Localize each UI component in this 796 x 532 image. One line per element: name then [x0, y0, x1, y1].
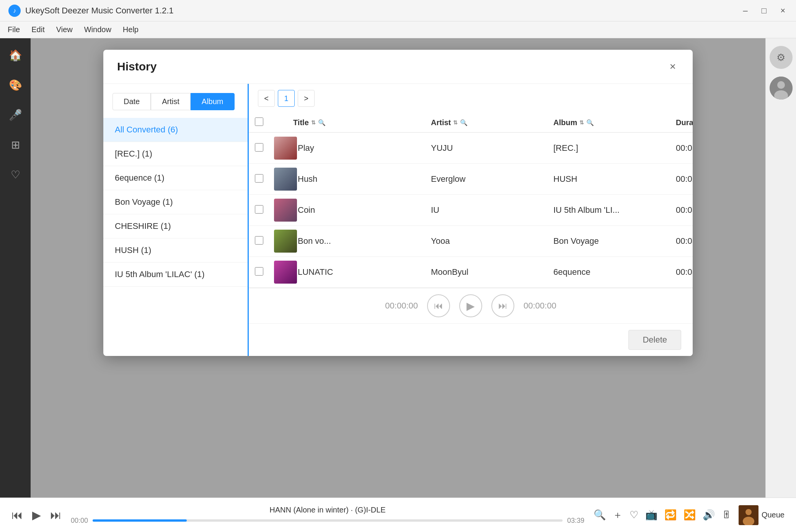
album-sort-icon[interactable]: ⇅	[579, 119, 584, 126]
heart-bottom-icon[interactable]: ♡	[630, 509, 638, 521]
menu-window[interactable]: Window	[84, 25, 111, 34]
filter-tabs: Date Artist Album	[103, 84, 248, 110]
track-panel: < 1 >	[249, 84, 693, 356]
row-checkbox[interactable]	[255, 267, 263, 276]
history-dialog: History × Date Artist Album	[103, 50, 693, 356]
album-item-all[interactable]: All Converted (6)	[103, 118, 248, 142]
prev-page-button[interactable]: <	[258, 90, 275, 107]
sidebar-home-icon[interactable]: 🏠	[6, 46, 24, 64]
row-checkbox[interactable]	[255, 236, 263, 245]
title-search-icon[interactable]: 🔍	[318, 119, 326, 126]
track-duration: 00:03:39	[676, 236, 693, 246]
sidebar-heart-icon[interactable]: ♡	[6, 165, 24, 184]
tab-album[interactable]: Album	[191, 93, 235, 110]
next-page-button[interactable]: >	[298, 90, 315, 107]
track-artist: YUJU	[431, 143, 538, 153]
maximize-button[interactable]: □	[758, 4, 770, 17]
title-bar: ♪ UkeySoft Deezer Music Converter 1.2.1 …	[0, 0, 796, 21]
track-artist: Everglow	[431, 174, 538, 184]
bottom-right-controls: 🔍 ＋ ♡ 📺 🔁 🔀 🔊 🎚 Queue	[594, 505, 785, 525]
row-checkbox-cell	[255, 174, 274, 184]
volume-icon[interactable]: 🔊	[703, 509, 715, 521]
album-list: All Converted (6) [REC.] (1) 6equence (1…	[103, 118, 248, 287]
equalizer-icon[interactable]: 🎚	[722, 509, 732, 521]
album-item-6equence[interactable]: 6equence (1)	[103, 166, 248, 190]
row-checkbox-cell	[255, 236, 274, 246]
artist-search-icon[interactable]: 🔍	[460, 119, 468, 126]
album-item-cheshire[interactable]: CHESHIRE (1)	[103, 214, 248, 238]
sidebar: 🏠 🎨 🎤 ⊞ ♡	[0, 38, 31, 498]
repeat-icon[interactable]: 🔁	[664, 509, 677, 521]
album-item-rec[interactable]: [REC.] (1)	[103, 142, 248, 166]
skip-back-button[interactable]: ⏮	[11, 509, 23, 522]
progress-fill	[93, 519, 187, 522]
close-button[interactable]: ×	[777, 4, 788, 17]
menu-help[interactable]: Help	[123, 25, 139, 34]
settings-icon[interactable]: ⚙	[770, 46, 793, 69]
queue-button[interactable]: Queue	[739, 505, 785, 525]
album-item-hush[interactable]: HUSH (1)	[103, 238, 248, 263]
app-title: UkeySoft Deezer Music Converter 1.2.1	[25, 6, 740, 16]
page-1-button[interactable]: 1	[278, 90, 295, 107]
modal-backdrop: History × Date Artist Album	[31, 38, 765, 498]
header-checkbox-cell	[255, 117, 274, 127]
sidebar-colorize-icon[interactable]: 🎨	[6, 76, 24, 94]
title-sort-icon[interactable]: ⇅	[311, 119, 316, 126]
search-bottom-icon[interactable]: 🔍	[594, 509, 606, 521]
queue-avatar	[739, 505, 758, 525]
track-album: Bon Voyage	[553, 236, 661, 246]
album-label: Album	[553, 118, 577, 127]
track-album: IU 5th Album 'LI...	[553, 205, 661, 215]
header-spacer3	[661, 117, 676, 127]
player-play-button[interactable]: ▶	[459, 294, 482, 317]
minimize-button[interactable]: –	[740, 4, 751, 17]
album-item-iu[interactable]: IU 5th Album 'LILAC' (1)	[103, 263, 248, 287]
row-checkbox[interactable]	[255, 174, 263, 183]
row-checkbox-cell	[255, 205, 274, 215]
player-prev-button[interactable]: ⏮	[427, 294, 450, 317]
progress-bar[interactable]	[93, 519, 563, 522]
player-next-button[interactable]: ⏭	[491, 294, 514, 317]
artist-sort-icon[interactable]: ⇅	[453, 119, 458, 126]
user-avatar	[770, 77, 793, 100]
track-duration: 00:03:21	[676, 143, 693, 153]
now-playing-title: HANN (Alone in winter) · (G)I-DLE	[269, 506, 385, 514]
header-spacer2	[538, 117, 553, 127]
play-pause-button[interactable]: ▶	[32, 508, 41, 522]
dialog-header: History ×	[103, 50, 693, 84]
menu-view[interactable]: View	[56, 25, 73, 34]
shuffle-icon[interactable]: 🔀	[683, 509, 696, 521]
row-checkbox-cell	[255, 143, 274, 153]
menu-file[interactable]: File	[8, 25, 20, 34]
svg-point-3	[777, 81, 785, 89]
skip-forward-button[interactable]: ⏭	[50, 509, 62, 522]
dialog-title: History	[117, 60, 667, 73]
header-thumb-cell	[274, 117, 293, 127]
delete-all-button[interactable]: Delete	[628, 330, 681, 350]
player-controls: 00:00:00 ⏮ ▶ ⏭ 00:00:00	[249, 288, 693, 323]
table-header: Title ⇅ 🔍 Artist ⇅ 🔍	[249, 113, 693, 133]
track-duration: 00:02:44	[676, 174, 693, 184]
cast-icon[interactable]: 📺	[645, 509, 657, 521]
sidebar-mic-icon[interactable]: 🎤	[6, 106, 24, 124]
album-item-bon-voyage[interactable]: Bon Voyage (1)	[103, 190, 248, 214]
row-checkbox[interactable]	[255, 205, 263, 214]
sidebar-grid-icon[interactable]: ⊞	[6, 135, 24, 154]
progress-time-start: 00:00	[71, 517, 88, 525]
track-title: Play	[293, 143, 416, 153]
album-search-icon[interactable]: 🔍	[586, 119, 594, 126]
tab-artist[interactable]: Artist	[151, 93, 191, 110]
row-checkbox[interactable]	[255, 143, 263, 152]
select-all-checkbox[interactable]	[255, 117, 263, 126]
tab-date[interactable]: Date	[113, 93, 151, 110]
track-album: [REC.]	[553, 143, 661, 153]
bottom-bar: ⏮ ▶ ⏭ HANN (Alone in winter) · (G)I-DLE …	[0, 498, 796, 532]
track-album: HUSH	[553, 174, 661, 184]
row-checkbox-cell	[255, 267, 274, 277]
track-album: 6equence	[553, 267, 661, 277]
album-panel: Date Artist Album All Converted (6) [REC…	[103, 84, 249, 356]
menu-edit[interactable]: Edit	[31, 25, 44, 34]
title-label: Title	[293, 118, 309, 127]
dialog-close-button[interactable]: ×	[667, 59, 679, 74]
add-bottom-icon[interactable]: ＋	[613, 508, 623, 522]
